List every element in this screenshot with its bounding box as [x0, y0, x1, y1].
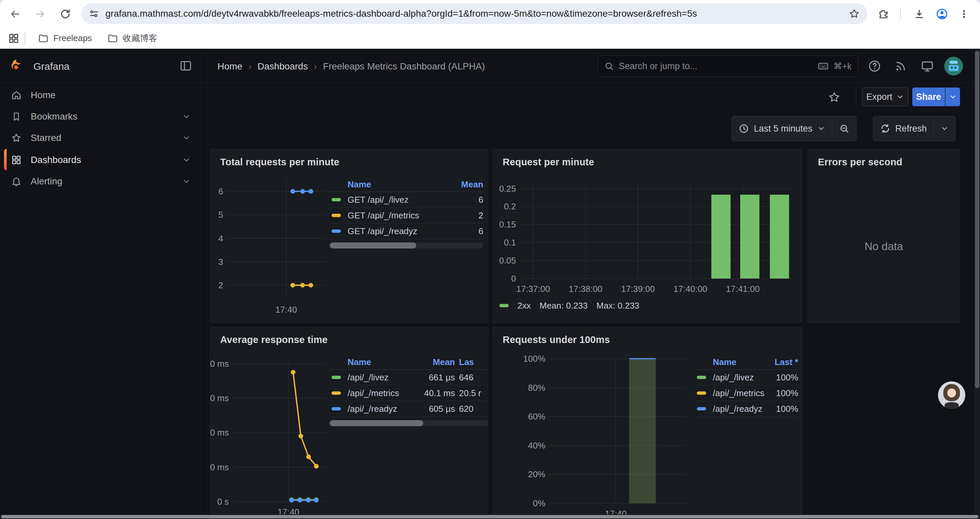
sidebar-item-bookmarks[interactable]: Bookmarks [0, 106, 200, 127]
grafana-logo[interactable] [9, 59, 23, 73]
chevron-down-icon[interactable] [182, 156, 191, 164]
series-value: 100% [768, 372, 798, 383]
refresh-interval-caret[interactable] [934, 116, 955, 141]
legend-column-header[interactable]: Name [713, 357, 764, 367]
legend-column-header[interactable]: Name [348, 357, 409, 367]
star-dashboard-button[interactable] [828, 91, 841, 104]
back-button[interactable] [6, 5, 24, 23]
series-swatch [500, 304, 509, 307]
series-name: /api/_/livez [348, 372, 409, 383]
svg-text:0%: 0% [533, 498, 546, 508]
search-input[interactable]: Search or jump to... ⌘+k [598, 56, 858, 77]
legend-row[interactable]: /api/_/metrics100% [694, 385, 798, 401]
breadcrumb-dashboards[interactable]: Dashboards [258, 61, 308, 72]
bar-chart[interactable]: 0.250.20.150.10.05017:37:0017:38:0017:39… [496, 174, 799, 303]
share-caret-button[interactable] [945, 88, 960, 106]
area-chart[interactable]: 100%80%60%40%20%0%17:40 [496, 348, 691, 518]
timeseries-chart[interactable]: 80 ms60 ms40 ms20 ms0 s17:40 [210, 348, 329, 518]
toolbar-divider [856, 88, 856, 105]
svg-text:0.2: 0.2 [504, 201, 516, 211]
profile-icon[interactable] [932, 5, 951, 23]
sidebar-toggle-button[interactable] [180, 59, 192, 72]
monitor-icon[interactable] [918, 57, 937, 75]
zoom-out-button[interactable] [832, 116, 856, 141]
legend-column-header[interactable]: Las [459, 357, 488, 367]
panel-title[interactable]: Errors per second [818, 156, 902, 168]
svg-text:40%: 40% [528, 441, 546, 450]
legend-column-header[interactable]: Mean [413, 357, 455, 367]
series-value: 20.5 r [459, 388, 488, 398]
floating-assistant-avatar[interactable] [938, 382, 965, 409]
legend-column-header[interactable]: Last * [768, 357, 798, 367]
series-value: 6 [457, 226, 483, 236]
legend-scrollbar-thumb[interactable] [330, 243, 416, 249]
sidebar-item-alerting[interactable]: Alerting [0, 171, 200, 192]
legend-scrollbar[interactable] [329, 243, 483, 249]
refresh-button[interactable]: Refresh [873, 116, 934, 141]
site-settings-icon[interactable] [89, 8, 99, 19]
panel-title[interactable]: Requests under 100ms [503, 334, 610, 345]
legend-column-header[interactable]: Name [348, 179, 453, 190]
screen: grafana.mathmast.com/d/deytv4rwavabkb/fr… [0, 0, 980, 519]
legend-header[interactable]: NameMean [329, 177, 483, 192]
bookmark-star-icon[interactable] [849, 8, 860, 19]
brand-text: Grafana [33, 61, 69, 72]
legend-row[interactable]: /api/_/livez661 µs646 [329, 370, 488, 385]
chevron-down-icon[interactable] [182, 134, 191, 142]
legend-row[interactable]: GET /api/_/readyz6 [329, 224, 483, 239]
browser-toolbar: grafana.mathmast.com/d/deytv4rwavabkb/fr… [0, 0, 980, 28]
vertical-scrollbar-thumb[interactable] [975, 51, 979, 388]
legend-header[interactable]: NameLast * [694, 355, 798, 370]
breadcrumb-home[interactable]: Home [218, 61, 242, 72]
timeseries-chart[interactable]: 6543217:40 [214, 174, 329, 318]
reload-button[interactable] [56, 5, 75, 23]
svg-text:20 ms: 20 ms [210, 462, 229, 472]
series-max: Max: 0.233 [597, 300, 640, 311]
sidebar-item-starred[interactable]: Starred [0, 127, 200, 149]
sidebar-item-home[interactable]: Home [0, 85, 200, 106]
svg-text:17:39:00: 17:39:00 [621, 284, 655, 294]
download-icon[interactable] [910, 5, 929, 23]
horizontal-scrollbar[interactable] [0, 514, 980, 519]
share-button[interactable]: Share [912, 88, 945, 106]
panel-title[interactable]: Total requests per minute [220, 156, 339, 168]
panel-average-response-time: Average response time 80 ms60 ms40 ms20 … [210, 327, 488, 519]
export-button[interactable]: Export [862, 88, 908, 106]
legend-row[interactable]: GET /api/_/livez6 [329, 192, 483, 208]
series-name: 2xx [517, 300, 531, 311]
time-range-picker[interactable]: Last 5 minutes [732, 116, 857, 141]
chevron-down-icon[interactable] [182, 177, 191, 186]
legend-scrollbar-thumb[interactable] [330, 420, 423, 426]
vertical-scrollbar[interactable] [974, 49, 980, 514]
address-bar[interactable]: grafana.mathmast.com/d/deytv4rwavabkb/fr… [81, 3, 867, 24]
rss-icon[interactable] [891, 57, 910, 75]
sidebar-item-dashboards[interactable]: Dashboards [0, 149, 200, 171]
bookmarks-bar: Freeleaps 收藏博客 [0, 28, 980, 49]
apps-grid-icon[interactable] [8, 33, 19, 44]
menu-kebab-icon[interactable] [955, 5, 973, 23]
bookmark-folder-freeleaps[interactable]: Freeleaps [33, 30, 97, 46]
refresh-control[interactable]: Refresh [873, 116, 956, 141]
user-avatar[interactable] [944, 57, 963, 75]
help-icon[interactable] [865, 57, 884, 75]
forward-button[interactable] [31, 5, 50, 23]
legend-row[interactable]: /api/_/readyz100% [694, 401, 798, 417]
bookmark-folder-blogs[interactable]: 收藏博客 [102, 30, 163, 47]
panel-request-per-minute: Request per minute 0.250.20.150.10.05017… [492, 149, 802, 323]
legend-row[interactable]: GET /api/_/metrics2 [329, 208, 483, 224]
legend-header[interactable]: NameMeanLas [329, 355, 488, 370]
panel-title[interactable]: Average response time [220, 334, 328, 345]
horizontal-scrollbar-thumb[interactable] [1, 515, 978, 518]
chevron-down-icon[interactable] [182, 112, 191, 121]
extensions-icon[interactable] [874, 5, 892, 23]
legend-inline[interactable]: 2xx Mean: 0.233 Max: 0.233 [500, 299, 640, 312]
bookmark-folder-label: 收藏博客 [123, 32, 158, 44]
series-name: /api/_/readyz [348, 404, 409, 414]
panel-title[interactable]: Request per minute [503, 156, 594, 168]
legend-row[interactable]: /api/_/livez100% [694, 370, 798, 385]
legend-row[interactable]: /api/_/readyz605 µs620 [329, 401, 488, 417]
bookmark-folder-label: Freeleaps [53, 33, 92, 43]
legend-row[interactable]: /api/_/metrics40.1 ms20.5 r [329, 385, 488, 401]
legend-scrollbar[interactable] [329, 420, 488, 426]
legend-column-header[interactable]: Mean [457, 179, 483, 190]
